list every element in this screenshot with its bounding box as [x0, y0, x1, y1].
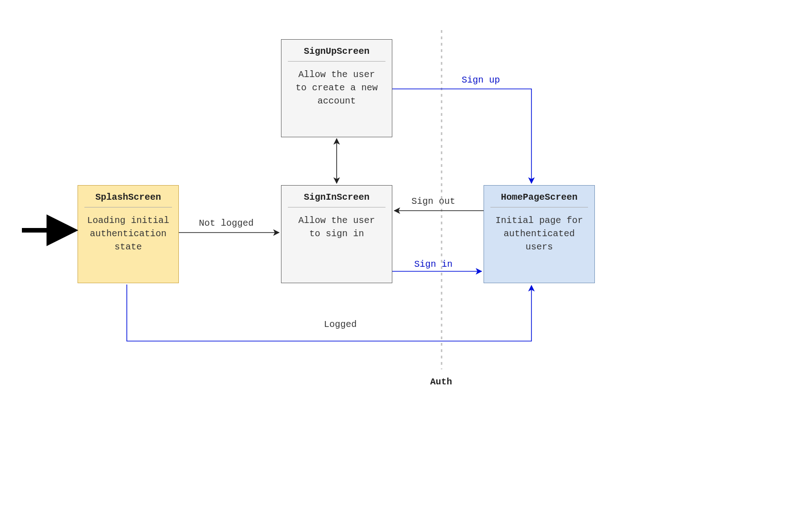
node-title: HomePageScreen — [484, 186, 594, 207]
node-description: Allow the user to sign in — [281, 207, 392, 240]
node-description: Loading initial authentication state — [78, 207, 178, 254]
node-signup-screen: SignUpScreen Allow the user to create a … — [281, 39, 392, 137]
edge-label-sign-in: Sign in — [413, 259, 453, 269]
node-description: Allow the user to create a new account — [281, 62, 392, 108]
node-splash-screen: SplashScreen Loading initial authenticat… — [78, 185, 179, 283]
section-label-auth: Auth — [430, 377, 452, 387]
edge-logged — [127, 285, 531, 341]
node-signin-screen: SignInScreen Allow the user to sign in — [281, 185, 392, 283]
edge-label-sign-out: Sign out — [411, 196, 456, 207]
node-homepage-screen: HomePageScreen Initial page for authenti… — [484, 185, 595, 283]
diagram-canvas: SplashScreen Loading initial authenticat… — [0, 0, 812, 518]
edge-label-not-logged: Not logged — [198, 218, 255, 228]
edge-sign-up — [392, 89, 531, 183]
node-title: SignInScreen — [281, 186, 392, 207]
node-title: SignUpScreen — [281, 40, 392, 61]
edge-label-sign-up: Sign up — [461, 75, 501, 85]
node-description: Initial page for authenticated users — [484, 207, 594, 254]
edge-label-logged: Logged — [323, 319, 358, 330]
node-title: SplashScreen — [78, 186, 178, 207]
